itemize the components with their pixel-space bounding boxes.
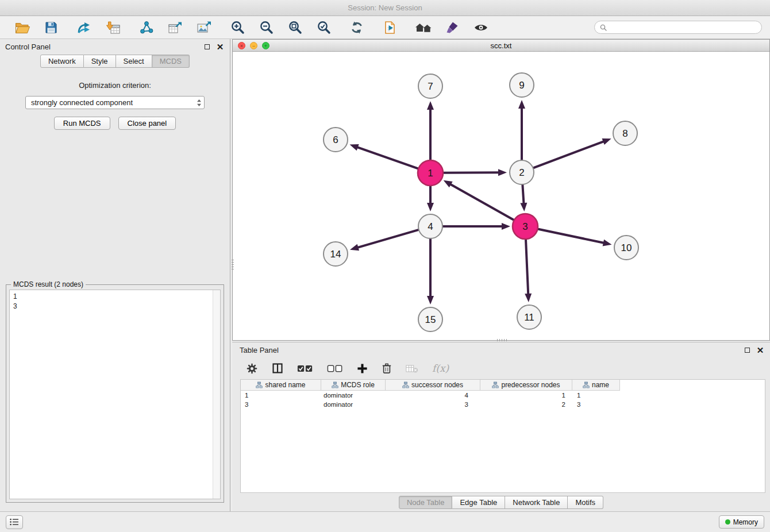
- save-session-button[interactable]: [42, 19, 60, 36]
- delete-table-button[interactable]: [406, 364, 418, 373]
- control-panel-tabs: Network Style Select MCDS: [0, 55, 230, 68]
- first-neighbors-button[interactable]: [414, 19, 433, 36]
- import-table-button[interactable]: [104, 19, 122, 36]
- zoom-in-button[interactable]: [228, 19, 247, 36]
- import-document-button[interactable]: [381, 19, 399, 36]
- search-input[interactable]: [610, 24, 756, 32]
- graph-edge-arrowhead: [498, 169, 507, 176]
- cell-mcds-role[interactable]: dominator: [321, 391, 386, 400]
- graph-edge-2-8[interactable]: [534, 141, 605, 168]
- status-bar: Memory: [0, 511, 770, 532]
- mcds-result-value: 3: [13, 302, 217, 311]
- tab-style[interactable]: Style: [84, 55, 116, 68]
- memory-label: Memory: [733, 518, 758, 526]
- tab-network-table[interactable]: Network Table: [505, 496, 568, 509]
- table-settings-button[interactable]: [246, 363, 258, 375]
- zoom-out-button[interactable]: [257, 19, 275, 36]
- column-header-name[interactable]: name: [572, 380, 620, 391]
- graph-edge-1-2[interactable]: [443, 172, 499, 173]
- graph-edge-2-3[interactable]: [522, 185, 523, 204]
- graph-edge-1-6[interactable]: [357, 147, 418, 169]
- cell-successor-nodes[interactable]: 3: [386, 400, 480, 409]
- import-network-button[interactable]: [75, 19, 94, 36]
- cell-successor-nodes[interactable]: 4: [386, 391, 480, 400]
- result-scrollbar[interactable]: [213, 290, 220, 499]
- zoom-in-icon: [230, 20, 245, 34]
- window-titlebar: Session: New Session: [0, 0, 770, 16]
- column-header-successor-nodes[interactable]: successor nodes: [386, 380, 480, 391]
- control-panel-close-button[interactable]: ✕: [215, 42, 225, 51]
- select-all-button[interactable]: [297, 364, 313, 373]
- apply-preferred-layout-button[interactable]: [348, 19, 366, 36]
- close-window-button[interactable]: ×: [238, 42, 245, 49]
- maximize-window-button[interactable]: +: [262, 42, 270, 49]
- search-field[interactable]: [594, 21, 762, 34]
- main-toolbar: [0, 16, 770, 39]
- table-panel-title: Table Panel: [240, 346, 279, 354]
- node-table-header: shared name MCDS role successor nodes: [241, 380, 765, 391]
- column-header-mcds-role[interactable]: MCDS role: [321, 380, 386, 391]
- cell-name[interactable]: 3: [572, 400, 620, 409]
- tab-node-table[interactable]: Node Table: [399, 496, 453, 509]
- cell-shared-name[interactable]: 1: [241, 391, 321, 400]
- export-table-button[interactable]: [166, 19, 184, 36]
- task-history-button[interactable]: [6, 515, 23, 529]
- memory-button[interactable]: Memory: [719, 515, 764, 529]
- zoom-selected-button[interactable]: [314, 19, 333, 36]
- table-panel-float-button[interactable]: [742, 345, 752, 354]
- graph-edge-3-10[interactable]: [538, 229, 605, 243]
- run-mcds-button[interactable]: Run MCDS: [54, 117, 110, 130]
- cell-mcds-role[interactable]: dominator: [321, 400, 386, 409]
- cell-shared-name[interactable]: 3: [241, 400, 321, 409]
- graph-edge-3-11[interactable]: [526, 239, 528, 295]
- table-row[interactable]: 3 dominator 3 2 3: [241, 400, 765, 409]
- application-window: Session: New Session: [0, 0, 770, 532]
- deselect-all-button[interactable]: [327, 364, 343, 373]
- style-brush-icon: [445, 21, 459, 34]
- delete-column-button[interactable]: [382, 363, 392, 374]
- table-panel-close-button[interactable]: ✕: [756, 345, 765, 354]
- cell-predecessor-nodes[interactable]: 2: [480, 400, 572, 409]
- graph-node-label-2: 2: [519, 167, 524, 178]
- tab-select[interactable]: Select: [116, 55, 152, 68]
- document-group: [374, 19, 407, 36]
- tab-motifs[interactable]: Motifs: [568, 496, 603, 509]
- network-button[interactable]: [137, 19, 156, 36]
- zoom-fit-content-button[interactable]: [286, 19, 304, 36]
- network-canvas[interactable]: 1234678910111415: [233, 52, 769, 340]
- control-panel-float-button[interactable]: [202, 42, 211, 51]
- cell-name[interactable]: 1: [572, 391, 620, 400]
- column-header-predecessor-nodes[interactable]: predecessor nodes: [480, 380, 572, 391]
- graph-edge-arrowhead: [502, 223, 510, 230]
- graph-edge-arrowhead: [603, 240, 612, 246]
- checked-boxes-icon: [297, 364, 313, 373]
- minimize-window-button[interactable]: −: [250, 42, 257, 49]
- tab-edge-table[interactable]: Edge Table: [452, 496, 505, 509]
- horizontal-splitter-handle[interactable]: [497, 339, 509, 341]
- main-area: Control Panel ✕ Network Style Select MCD…: [0, 39, 770, 511]
- export-image-button[interactable]: [195, 19, 213, 36]
- window-title: Session: New Session: [348, 3, 422, 12]
- graph-edge-4-14[interactable]: [357, 230, 418, 248]
- vertical-splitter-handle[interactable]: [232, 260, 234, 271]
- cell-predecessor-nodes[interactable]: 1: [480, 391, 572, 400]
- zoom-group: [221, 19, 340, 36]
- function-builder-button[interactable]: f(x): [432, 363, 449, 374]
- tab-network[interactable]: Network: [40, 55, 84, 68]
- show-columns-button[interactable]: [272, 363, 283, 374]
- style-brush-button[interactable]: [443, 19, 461, 36]
- close-panel-button[interactable]: Close panel: [118, 117, 176, 130]
- floppy-disk-icon: [44, 21, 58, 34]
- criterion-dropdown[interactable]: strongly connected component: [25, 96, 205, 109]
- graph-edge-3-1[interactable]: [450, 184, 514, 220]
- graph-node-label-6: 6: [333, 134, 338, 145]
- network-graph[interactable]: 1234678910111415: [233, 52, 769, 340]
- table-row[interactable]: 1 dominator 4 1 1: [241, 391, 765, 400]
- show-hide-button[interactable]: [472, 19, 490, 36]
- tab-mcds[interactable]: MCDS: [152, 55, 190, 68]
- column-header-shared-name[interactable]: shared name: [241, 380, 321, 391]
- add-column-button[interactable]: [357, 363, 368, 374]
- open-session-button[interactable]: [13, 19, 32, 36]
- table-panel-tabs: Node Table Edge Table Network Table Moti…: [232, 493, 770, 511]
- refresh-layout-icon: [349, 21, 364, 34]
